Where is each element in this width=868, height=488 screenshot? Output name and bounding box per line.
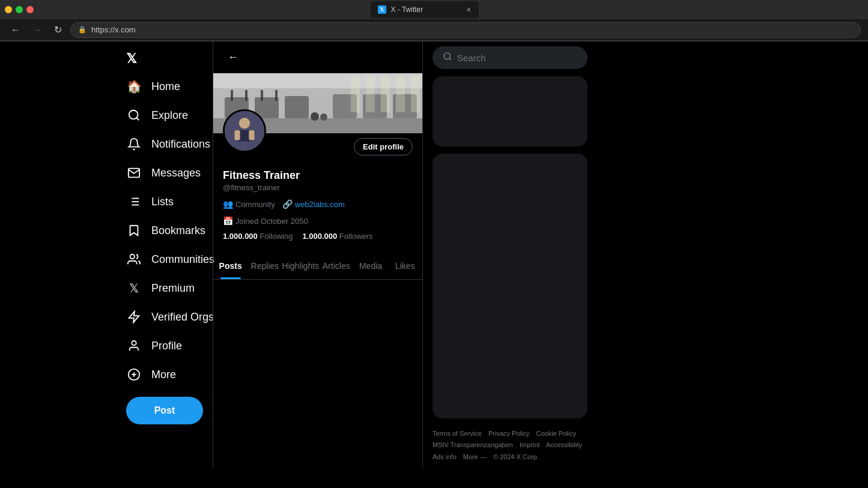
maximize-button[interactable] xyxy=(16,6,23,13)
browser-chrome: 𝕏 X - Twitter × ← → ↻ 🔒 https://x.com xyxy=(0,0,868,41)
footer-imprint[interactable]: Imprint xyxy=(520,441,540,448)
tab-title: X - Twitter xyxy=(391,5,423,14)
svg-line-40 xyxy=(449,58,451,60)
sidebar-label-notifications: Notifications xyxy=(151,138,210,151)
footer-terms[interactable]: Terms of Service xyxy=(432,430,482,437)
sidebar-item-notifications[interactable]: Notifications xyxy=(117,130,213,158)
profile-info: Fitness Trainer @fitness_trainer 👥 Commu… xyxy=(213,169,422,246)
sidebar-item-messages[interactable]: Messages xyxy=(117,159,213,187)
profile-section: Edit profile xyxy=(213,133,422,169)
right-card-2 xyxy=(432,154,587,418)
posts-area xyxy=(213,280,422,460)
more-icon xyxy=(126,367,142,382)
communities-icon xyxy=(126,252,142,267)
search-input[interactable] xyxy=(457,53,577,63)
sidebar-label-profile: Profile xyxy=(151,340,182,352)
avatar-wrapper xyxy=(223,109,266,152)
minimize-button[interactable] xyxy=(5,6,12,13)
following-stat[interactable]: 1.000.000 Following xyxy=(223,232,293,241)
sidebar-label-lists: Lists xyxy=(151,196,174,208)
right-card-1 xyxy=(432,76,587,146)
right-sidebar: Terms of Service Privacy Policy Cookie P… xyxy=(423,41,597,468)
lists-icon xyxy=(126,194,142,209)
followers-label: Followers xyxy=(339,232,373,241)
url-display: https://x.com xyxy=(91,25,136,34)
svg-line-1 xyxy=(136,118,139,120)
profile-icon xyxy=(126,338,142,354)
tab-media[interactable]: Media xyxy=(353,253,387,279)
footer-ads[interactable]: Ads info xyxy=(432,453,457,460)
notifications-icon xyxy=(126,136,142,152)
followers-count: 1.000.000 xyxy=(302,232,337,241)
app-layout: 𝕏 🏠 Home Explore Notifications xyxy=(0,41,868,468)
x-logo[interactable]: 𝕏 xyxy=(117,46,213,71)
main-content: ← xyxy=(213,41,423,468)
footer-links: Terms of Service Privacy Policy Cookie P… xyxy=(432,428,587,463)
sidebar-item-premium[interactable]: 𝕏 Premium xyxy=(117,274,213,302)
tab-replies[interactable]: Replies xyxy=(247,253,282,279)
sidebar-item-home[interactable]: 🏠 Home xyxy=(117,73,213,100)
address-bar-row: ← → ↻ 🔒 https://x.com xyxy=(0,19,868,41)
bookmarks-icon xyxy=(126,223,142,238)
svg-rect-37 xyxy=(235,130,240,140)
tab-likes[interactable]: Likes xyxy=(388,253,422,279)
sidebar-label-more: More xyxy=(151,369,176,381)
link-icon: 🔗 xyxy=(282,199,293,209)
community-label: Community xyxy=(235,200,275,209)
calendar-icon: 📅 xyxy=(223,216,233,226)
tab-highlights[interactable]: Highlights xyxy=(282,253,319,279)
sidebar-label-explore: Explore xyxy=(151,109,188,122)
sidebar-label-communities: Communities xyxy=(151,253,214,266)
sidebar-item-communities[interactable]: Communities xyxy=(117,246,213,273)
reload-button[interactable]: ↻ xyxy=(50,23,65,37)
svg-point-39 xyxy=(444,53,451,59)
premium-icon: 𝕏 xyxy=(126,280,142,296)
address-bar[interactable]: 🔒 https://x.com xyxy=(70,22,861,38)
tab-close-icon[interactable]: × xyxy=(466,5,471,14)
svg-rect-29 xyxy=(351,76,360,112)
svg-rect-38 xyxy=(249,130,254,140)
following-count: 1.000.000 xyxy=(223,232,258,241)
sidebar-item-lists[interactable]: Lists xyxy=(117,188,213,215)
sidebar-item-more[interactable]: More xyxy=(117,361,213,388)
footer-accessibility[interactable]: Accessibility xyxy=(546,441,582,448)
svg-point-28 xyxy=(320,113,327,121)
post-button[interactable]: Post xyxy=(126,397,203,424)
footer-more[interactable]: More — xyxy=(463,453,487,460)
tab-posts[interactable]: Posts xyxy=(213,253,247,279)
sidebar-item-verified-orgs[interactable]: Verified Orgs xyxy=(117,303,213,331)
svg-rect-32 xyxy=(396,76,405,112)
profile-tabs: Posts Replies Highlights Articles Media … xyxy=(213,253,422,280)
close-button[interactable] xyxy=(26,6,34,13)
messages-icon xyxy=(126,165,142,181)
profile-meta: 👥 Community 🔗 web2labs.com 📅 Joined Octo… xyxy=(223,199,413,226)
website-link[interactable]: web2labs.com xyxy=(295,200,345,209)
search-icon xyxy=(443,52,452,64)
tab-articles[interactable]: Articles xyxy=(319,253,353,279)
sidebar-item-profile[interactable]: Profile xyxy=(117,332,213,360)
search-box[interactable] xyxy=(432,46,587,69)
avatar xyxy=(223,109,266,152)
edit-profile-button[interactable]: Edit profile xyxy=(354,138,413,155)
back-button[interactable]: ← xyxy=(7,23,24,37)
tab-favicon: 𝕏 xyxy=(378,5,386,14)
followers-stat[interactable]: 1.000.000 Followers xyxy=(302,232,372,241)
sidebar-item-explore[interactable]: Explore xyxy=(117,101,213,129)
footer-cookie[interactable]: Cookie Policy xyxy=(536,430,577,437)
explore-icon xyxy=(126,107,142,123)
footer-privacy[interactable]: Privacy Policy xyxy=(488,430,529,437)
sidebar-label-bookmarks: Bookmarks xyxy=(151,224,205,237)
footer-msiv[interactable]: MStV Transparenzangaben xyxy=(432,441,513,448)
sidebar-item-bookmarks[interactable]: Bookmarks xyxy=(117,217,213,244)
svg-rect-26 xyxy=(275,90,278,101)
sidebar-label-premium: Premium xyxy=(151,282,195,295)
website-meta: 🔗 web2labs.com xyxy=(282,199,345,209)
left-spacer: 𝕏 🏠 Home Explore Notifications xyxy=(0,41,213,468)
svg-marker-9 xyxy=(129,312,139,322)
svg-point-35 xyxy=(239,118,250,128)
browser-tab[interactable]: 𝕏 X - Twitter × xyxy=(371,1,479,18)
forward-button[interactable]: → xyxy=(29,23,46,37)
svg-point-10 xyxy=(132,341,136,345)
back-arrow-icon[interactable]: ← xyxy=(223,46,243,68)
verified-orgs-icon xyxy=(126,309,142,325)
